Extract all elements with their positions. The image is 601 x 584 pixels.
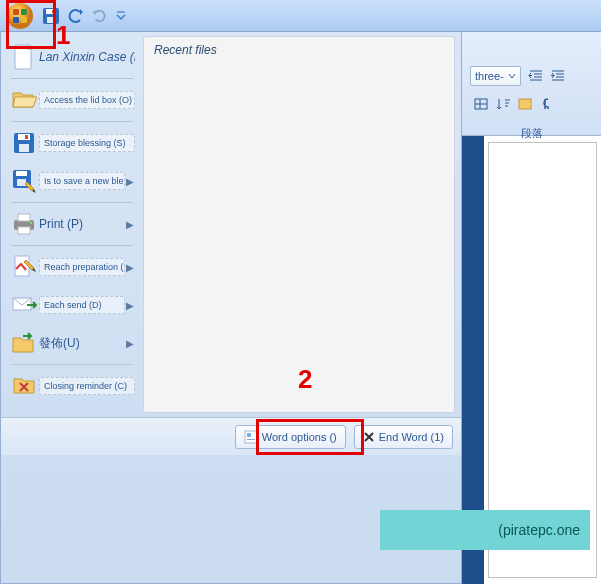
menu-item-label: Each send (D) bbox=[39, 296, 125, 314]
office-menu-footer: Word options () End Word (1) bbox=[1, 417, 461, 455]
svg-rect-18 bbox=[18, 214, 30, 221]
menu-item-label: Storage blessing (S) bbox=[39, 134, 135, 152]
submenu-arrow-icon: ▶ bbox=[125, 262, 135, 273]
menu-item-close[interactable]: Closing reminder (C) bbox=[7, 367, 137, 405]
exit-word-label: End Word (1) bbox=[379, 431, 444, 443]
open-folder-icon bbox=[9, 85, 39, 115]
increase-indent-button[interactable] bbox=[547, 66, 569, 86]
chevron-down-icon bbox=[508, 72, 516, 80]
menu-item-label: Closing reminder (C) bbox=[39, 377, 135, 395]
print-icon bbox=[9, 209, 39, 239]
right-area: three- 段落 bbox=[462, 32, 601, 584]
save-disk-icon bbox=[9, 128, 39, 158]
menu-separator bbox=[11, 364, 133, 365]
annotation-box-1 bbox=[6, 0, 56, 49]
menu-item-print[interactable]: Print (P) ▶ bbox=[7, 205, 137, 243]
menu-separator bbox=[11, 78, 133, 79]
menu-item-prepare[interactable]: Reach preparation (E) ▶ bbox=[7, 248, 137, 286]
watermark-strip: (piratepc.one bbox=[380, 510, 590, 550]
submenu-arrow-icon: ▶ bbox=[125, 219, 135, 230]
close-icon bbox=[9, 371, 39, 401]
menu-separator bbox=[11, 245, 133, 246]
menu-item-open[interactable]: Access the lid box (O) bbox=[7, 81, 137, 119]
show-marks-button[interactable] bbox=[536, 94, 558, 114]
publish-icon bbox=[9, 328, 39, 358]
menu-item-label: 發佈(U) bbox=[39, 335, 125, 352]
menu-item-save[interactable]: Storage blessing (S) bbox=[7, 124, 137, 162]
menu-item-label: Reach preparation (E) bbox=[39, 258, 125, 276]
submenu-arrow-icon: ▶ bbox=[125, 338, 135, 349]
svg-rect-11 bbox=[18, 134, 30, 140]
ribbon-paragraph-group: three- 段落 bbox=[462, 32, 601, 136]
menu-item-label: Lan Xinxin Case (N) bbox=[39, 50, 135, 64]
svg-rect-25 bbox=[247, 439, 255, 440]
menu-separator bbox=[11, 121, 133, 122]
office-menu: Lan Xinxin Case (N) Access the lid box (… bbox=[0, 32, 462, 584]
border-button[interactable] bbox=[470, 94, 492, 114]
menu-item-publish[interactable]: 發佈(U) ▶ bbox=[7, 324, 137, 362]
menu-separator bbox=[11, 202, 133, 203]
svg-point-20 bbox=[30, 222, 32, 224]
annotation-label-1: 1 bbox=[56, 20, 70, 51]
submenu-arrow-icon: ▶ bbox=[125, 176, 135, 187]
office-menu-commands: Lan Xinxin Case (N) Access the lid box (… bbox=[1, 32, 141, 417]
list-style-dropdown[interactable]: three- bbox=[470, 66, 521, 86]
send-icon bbox=[9, 290, 39, 320]
prepare-icon bbox=[9, 252, 39, 282]
submenu-arrow-icon: ▶ bbox=[125, 300, 135, 311]
exit-icon bbox=[363, 431, 375, 443]
recent-documents-title: Recent files bbox=[154, 43, 444, 57]
decrease-indent-button[interactable] bbox=[525, 66, 547, 86]
menu-item-label: Print (P) bbox=[39, 217, 125, 231]
annotation-label-2: 2 bbox=[298, 364, 312, 395]
svg-rect-27 bbox=[519, 99, 531, 109]
menu-item-label: Is to save a new blessing (A) bbox=[39, 172, 125, 190]
svg-rect-19 bbox=[18, 227, 30, 234]
qat-redo-button[interactable] bbox=[92, 9, 106, 23]
recent-documents-panel: Recent files bbox=[143, 36, 455, 413]
menu-item-send[interactable]: Each send (D) ▶ bbox=[7, 286, 137, 324]
qat-customize-dropdown[interactable] bbox=[116, 11, 126, 21]
svg-rect-15 bbox=[16, 171, 27, 176]
svg-rect-16 bbox=[17, 179, 26, 186]
office-menu-top: Lan Xinxin Case (N) Access the lid box (… bbox=[1, 32, 461, 417]
annotation-box-2 bbox=[256, 419, 364, 455]
app-body: Lan Xinxin Case (N) Access the lid box (… bbox=[0, 32, 601, 584]
dropdown-value: three- bbox=[475, 70, 504, 82]
svg-rect-13 bbox=[25, 135, 28, 139]
menu-item-saveas[interactable]: Is to save a new blessing (A) ▶ bbox=[7, 162, 137, 200]
shading-button[interactable] bbox=[514, 94, 536, 114]
saveas-disk-icon bbox=[9, 166, 39, 196]
svg-rect-24 bbox=[247, 433, 251, 437]
menu-item-label: Access the lid box (O) bbox=[39, 91, 135, 109]
svg-rect-12 bbox=[19, 144, 29, 152]
exit-word-button[interactable]: End Word (1) bbox=[354, 425, 453, 449]
watermark-text: (piratepc.one bbox=[498, 522, 580, 538]
sort-button[interactable] bbox=[492, 94, 514, 114]
quick-access-toolbar bbox=[0, 0, 601, 32]
